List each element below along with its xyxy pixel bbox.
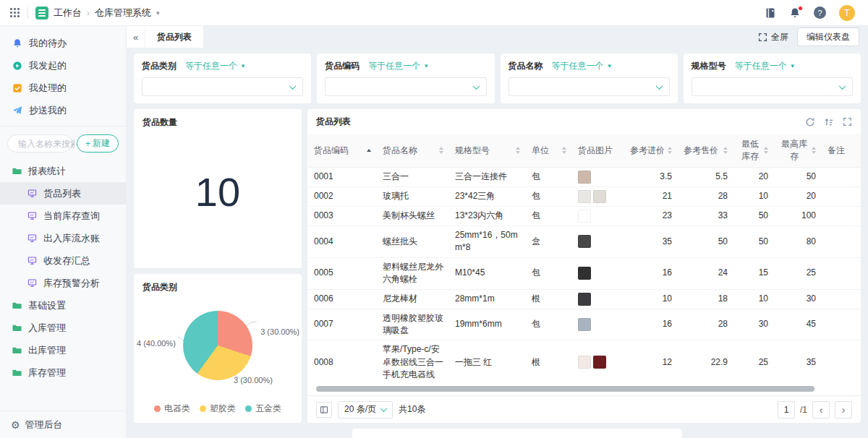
caret-down-icon: ▼ xyxy=(790,63,796,69)
table-row[interactable]: 0002玻璃托23*42三角包21281020 xyxy=(308,187,861,207)
column-header-最高库存[interactable]: 最高库存 xyxy=(774,134,822,168)
sidebar-search[interactable] xyxy=(7,134,72,153)
product-image[interactable] xyxy=(578,267,591,280)
legend-item-电器类[interactable]: 电器类 xyxy=(154,403,190,415)
product-image[interactable] xyxy=(578,210,591,223)
product-image[interactable] xyxy=(593,190,606,203)
column-header-规格型号[interactable]: 规格型号 xyxy=(449,134,526,168)
product-image[interactable] xyxy=(578,190,591,203)
cell-name: 美制杯头螺丝 xyxy=(377,207,449,226)
table-row[interactable]: 0005塑料螺丝尼龙外六角螺栓M10*45包16241525 xyxy=(308,257,861,289)
sort-settings-icon[interactable] xyxy=(824,117,834,127)
sidebar-item-库存管理[interactable]: 库存管理 xyxy=(0,361,126,384)
next-page-button[interactable]: › xyxy=(835,401,852,418)
current-page[interactable]: 1 xyxy=(778,401,795,418)
column-header-最低库存[interactable]: 最低库存 xyxy=(733,134,774,168)
caret-down-icon: ▼ xyxy=(423,63,429,69)
sidebar-item-货品列表[interactable]: 货品列表 xyxy=(0,182,126,205)
prev-page-button[interactable]: ‹ xyxy=(812,401,830,418)
cell-max-stock: 25 xyxy=(774,257,822,289)
legend-item-塑胶类[interactable]: 塑胶类 xyxy=(200,403,236,415)
table-row[interactable]: 0004螺丝批头25mm*16，50mm*8盒35505080 xyxy=(308,226,861,258)
cell-code: 0005 xyxy=(308,257,377,289)
column-settings-icon[interactable] xyxy=(316,402,332,418)
page-size-select[interactable]: 20 条/页 xyxy=(338,401,393,418)
filter-label: 货品类别 xyxy=(142,60,176,72)
search-input[interactable] xyxy=(18,139,75,149)
breadcrumb-workspace[interactable]: 工作台 xyxy=(54,7,82,20)
sidebar-item-报表统计[interactable]: 报表统计 xyxy=(0,160,126,182)
chevron-down-icon[interactable]: ▾ xyxy=(156,9,160,17)
product-image[interactable] xyxy=(578,171,591,184)
new-button[interactable]: +新建 xyxy=(77,134,119,153)
sidebar-item-库存预警分析[interactable]: 库存预警分析 xyxy=(0,272,126,294)
filter-condition[interactable]: 等于任意一个▼ xyxy=(552,60,613,72)
sidebar-item-入库管理[interactable]: 入库管理 xyxy=(0,317,126,339)
tab-goods-list[interactable]: 货品列表 xyxy=(145,26,203,48)
next-widget-card-partial xyxy=(352,429,682,438)
filter-select[interactable] xyxy=(509,77,670,96)
breadcrumb-app-name[interactable]: 仓库管理系统 xyxy=(95,7,151,20)
column-header-货品图片: 货品图片 xyxy=(572,134,624,168)
edit-dashboard-button[interactable]: 编辑仪表盘 xyxy=(797,27,859,46)
fullscreen-button[interactable]: 全屏 xyxy=(758,31,788,43)
product-image[interactable] xyxy=(578,235,591,248)
cell-images xyxy=(572,289,624,309)
product-image[interactable] xyxy=(593,356,606,369)
product-image[interactable] xyxy=(578,293,591,306)
expand-table-icon[interactable] xyxy=(843,117,852,127)
sidebar-item-my-processed[interactable]: 我处理的 xyxy=(0,77,126,99)
sidebar-item-基础设置[interactable]: 基础设置 xyxy=(0,294,126,317)
cell-buy-price: 10 xyxy=(624,289,678,309)
sidebar-item-出库管理[interactable]: 出库管理 xyxy=(0,339,126,361)
cell-images xyxy=(572,207,624,226)
legend-item-五金类[interactable]: 五金类 xyxy=(245,403,281,415)
topbar: 工作台 › 仓库管理系统 ▾ ? T xyxy=(0,0,868,26)
sidebar-item-cc-to-me[interactable]: 抄送我的 xyxy=(0,99,126,121)
sidebar-item-出入库流水账[interactable]: 出入库流水账 xyxy=(0,227,126,249)
column-header-货品名称[interactable]: 货品名称 xyxy=(377,134,449,168)
horizontal-scrollbar[interactable] xyxy=(316,386,852,392)
cell-max-stock: 20 xyxy=(774,187,822,207)
filter-select[interactable] xyxy=(692,77,853,96)
product-image[interactable] xyxy=(578,318,591,331)
column-header-货品编码[interactable]: 货品编码 xyxy=(308,134,377,168)
sidebar-item-my-initiated[interactable]: 我发起的 xyxy=(0,54,126,77)
refresh-icon[interactable] xyxy=(805,117,815,127)
folder-icon xyxy=(12,368,22,377)
workspace-logo-icon[interactable] xyxy=(35,7,48,20)
cell-unit: 根 xyxy=(526,340,572,385)
table-row[interactable]: 0006尼龙棒材28mm*1m根10181030 xyxy=(308,289,861,309)
filter-condition[interactable]: 等于任意一个▼ xyxy=(368,60,429,72)
filter-select[interactable] xyxy=(325,77,486,96)
cell-code: 0001 xyxy=(308,168,377,187)
pie-graphic[interactable] xyxy=(183,311,252,380)
table-row[interactable]: 0001三合一三合一连接件包3.55.52050 xyxy=(308,168,861,187)
table-row[interactable]: 0003美制杯头螺丝13*23内六角包233350100 xyxy=(308,207,861,226)
column-header-参考售价[interactable]: 参考售价 xyxy=(678,134,733,168)
filter-condition[interactable]: 等于任意一个▼ xyxy=(185,60,246,72)
product-image[interactable] xyxy=(578,356,591,369)
journal-icon[interactable] xyxy=(765,7,776,19)
filter-condition[interactable]: 等于任意一个▼ xyxy=(735,60,796,72)
collapse-sidebar-button[interactable]: « xyxy=(127,26,145,48)
notifications-icon[interactable] xyxy=(789,7,801,19)
chevron-down-icon xyxy=(380,405,388,412)
sidebar-item-admin[interactable]: ⚙ 管理后台 xyxy=(0,411,126,438)
help-icon[interactable]: ? xyxy=(814,7,826,19)
sidebar-item-收发存汇总[interactable]: 收发存汇总 xyxy=(0,249,126,272)
column-header-参考进价[interactable]: 参考进价 xyxy=(624,134,678,168)
scrollbar-thumb[interactable] xyxy=(316,386,814,392)
filter-select[interactable] xyxy=(142,77,303,96)
caret-down-icon: ▼ xyxy=(240,63,246,69)
avatar[interactable]: T xyxy=(839,5,855,21)
cell-images xyxy=(572,168,624,187)
table-row[interactable]: 0008苹果/Type-c/安卓数据线三合一手机充电器线一拖三 红根1222.9… xyxy=(308,340,861,385)
play-icon xyxy=(12,61,22,71)
apps-grid-icon[interactable] xyxy=(10,8,20,17)
report-icon xyxy=(27,211,37,220)
column-header-单位[interactable]: 单位 xyxy=(526,134,572,168)
table-row[interactable]: 0007透明橡胶塑胶玻璃吸盘19mm*6mm包16283045 xyxy=(308,309,861,340)
sidebar-item-my-todo[interactable]: 我的待办 xyxy=(0,32,126,54)
sidebar-item-当前库存查询[interactable]: 当前库存查询 xyxy=(0,205,126,227)
